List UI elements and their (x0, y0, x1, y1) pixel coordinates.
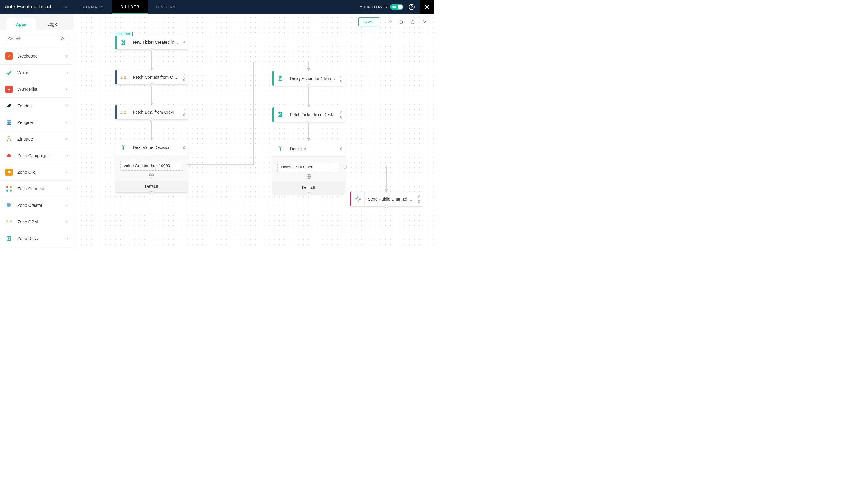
toggle-knob (398, 4, 403, 9)
canvas-toolbar: SAVE (358, 17, 430, 27)
close-button[interactable] (420, 0, 434, 14)
svg-point-13 (10, 190, 12, 191)
node-label: Deal Value Decision (130, 145, 182, 150)
svg-marker-30 (279, 150, 281, 151)
header: Auto Escalate Ticket SUMMARY BUILDER HIS… (0, 0, 434, 14)
trash-icon[interactable] (417, 200, 421, 203)
flow-title-dropdown[interactable]: Auto Escalate Ticket (0, 0, 73, 14)
condition-branch[interactable]: Ticket if Still Open (277, 162, 340, 172)
svg-point-25 (124, 111, 126, 113)
app-item-wrike[interactable]: Wrike (0, 65, 73, 81)
svg-rect-34 (357, 196, 358, 198)
app-item-zendesk[interactable]: Zendesk (0, 98, 73, 114)
add-condition-button[interactable] (149, 172, 154, 178)
svg-point-4 (7, 120, 12, 122)
svg-rect-36 (358, 200, 359, 202)
node-label: Fetch Ticket from Desk (287, 112, 339, 117)
node-fetch-deal[interactable]: Fetch Deal from CRM (115, 105, 188, 119)
trash-icon[interactable] (182, 78, 186, 82)
flow-title: Auto Escalate Ticket (5, 4, 64, 10)
app-item-zoho-campaigns[interactable]: Zoho Campaigns (0, 147, 73, 164)
redo-button[interactable] (407, 17, 418, 27)
app-item-zengine[interactable]: Zengine (0, 114, 73, 131)
app-label: Zoho CRM (17, 219, 65, 224)
app-item-zoho-cliq[interactable]: Zoho Cliq (0, 164, 73, 181)
edit-icon[interactable] (182, 108, 186, 112)
app-item-zoho-creator[interactable]: Zoho Creator (0, 197, 73, 214)
edit-icon[interactable] (339, 74, 343, 78)
edit-icon[interactable] (182, 40, 186, 44)
add-condition-button[interactable] (306, 174, 311, 179)
trash-icon[interactable] (339, 79, 343, 83)
edit-icon[interactable] (182, 73, 186, 76)
node-fetch-ticket[interactable]: Fetch Ticket from Desk (273, 108, 345, 122)
magic-wand-button[interactable] (384, 17, 395, 27)
sidebar-tab-apps[interactable]: Apps (6, 18, 36, 30)
node-fetch-contact[interactable]: Fetch Contact from CRM (115, 70, 188, 84)
svg-point-14 (6, 221, 8, 222)
search-box[interactable] (5, 34, 68, 44)
default-port[interactable] (150, 191, 153, 194)
output-port[interactable] (150, 48, 153, 51)
run-button[interactable] (418, 17, 430, 27)
trash-icon[interactable] (182, 113, 186, 116)
zengine-icon (5, 119, 13, 126)
tab-builder[interactable]: BUILDER (112, 0, 148, 14)
svg-marker-26 (122, 148, 124, 150)
app-item-zoho-desk[interactable]: Zoho Desk (0, 230, 73, 247)
edit-icon[interactable] (339, 110, 343, 114)
default-branch[interactable]: Default (273, 182, 345, 194)
undo-button[interactable] (395, 17, 407, 27)
output-port[interactable] (385, 205, 388, 208)
trash-icon[interactable] (182, 146, 186, 149)
help-button[interactable]: ? (409, 4, 415, 10)
node-label: Send Public Channel M... (365, 197, 417, 201)
trash-icon[interactable] (339, 115, 343, 119)
zoho-desk-icon (120, 39, 127, 46)
zoho-cliq-icon (5, 169, 13, 176)
node-deal-decision[interactable]: Deal Value Decision Value Greater than 1… (115, 140, 188, 193)
node-delay[interactable]: Delay Action for 1 Minute (273, 71, 345, 86)
save-button[interactable]: SAVE (358, 17, 379, 26)
app-label: Zoho Creator (17, 203, 65, 208)
search-input[interactable] (8, 37, 61, 41)
app-item-zoho-crm[interactable]: Zoho CRM (0, 214, 73, 230)
sidebar: Apps Logic Weekdone Wrike ★ Wunderlist Z… (0, 14, 73, 248)
trash-icon[interactable] (339, 147, 343, 151)
node-ticket-decision[interactable]: Decision Ticket if Still Open Default (273, 141, 345, 194)
svg-point-11 (10, 186, 12, 188)
zoho-crm-icon (120, 109, 127, 116)
node-slack[interactable]: Send Public Channel M... (350, 192, 423, 206)
decision-icon (120, 144, 127, 151)
tab-summary[interactable]: SUMMARY (73, 0, 112, 14)
flow-canvas[interactable]: SAVE REALTIME New Ticket Created in ... (73, 14, 434, 248)
default-branch[interactable]: Default (115, 181, 188, 193)
output-port[interactable] (307, 120, 310, 124)
node-label: Delay Action for 1 Minute (287, 76, 339, 81)
tab-history[interactable]: HISTORY (148, 0, 184, 14)
output-port[interactable] (150, 83, 153, 86)
svg-marker-16 (423, 20, 426, 24)
default-port[interactable] (307, 193, 310, 196)
flow-on-toggle[interactable]: ON (390, 4, 403, 10)
condition-port[interactable] (343, 166, 347, 169)
edit-icon[interactable] (417, 195, 421, 198)
node-label: New Ticket Created in ... (130, 40, 182, 45)
node-label: Fetch Contact from CRM (130, 75, 182, 80)
zoho-desk-icon (277, 111, 284, 118)
condition-branch[interactable]: Value Greater than 10000 (120, 161, 183, 171)
output-port[interactable] (307, 84, 310, 87)
app-item-wunderlist[interactable]: ★ Wunderlist (0, 81, 73, 98)
chevron-down-icon (65, 220, 69, 224)
app-item-weekdone[interactable]: Weekdone (0, 48, 73, 65)
output-port[interactable] (150, 118, 153, 121)
nav-tabs: SUMMARY BUILDER HISTORY (73, 0, 184, 14)
app-item-zingtree[interactable]: Zingtree (0, 131, 73, 147)
zoho-creator-icon (5, 202, 13, 209)
app-item-zoho-connect[interactable]: Zoho Connect (0, 181, 73, 197)
condition-port[interactable] (187, 165, 190, 167)
svg-rect-37 (358, 199, 361, 200)
sidebar-tab-logic[interactable]: Logic (38, 18, 67, 30)
chevron-down-icon (65, 87, 69, 91)
node-trigger[interactable]: REALTIME New Ticket Created in ... (115, 35, 188, 49)
